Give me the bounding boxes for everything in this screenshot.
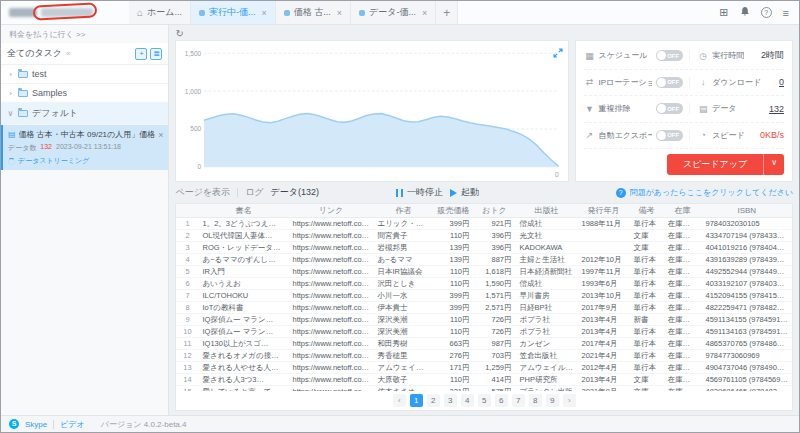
- table-cell[interactable]: 単行本: [629, 361, 663, 373]
- row-index[interactable]: 9: [176, 313, 198, 325]
- table-cell[interactable]: 在庫あり: [663, 361, 701, 373]
- table-cell[interactable]: 9784773060969: [701, 349, 792, 361]
- table-cell[interactable]: 在庫あり: [663, 241, 701, 253]
- table-cell[interactable]: 139円: [433, 253, 473, 265]
- table-cell[interactable]: 光文社: [515, 229, 577, 241]
- table-cell[interactable]: アムウェイルール…: [373, 361, 433, 373]
- page-number[interactable]: 9: [546, 394, 559, 407]
- apps-icon[interactable]: ⊞: [719, 6, 728, 19]
- page-number[interactable]: 7: [512, 394, 525, 407]
- tab-data[interactable]: データ-価... ×: [351, 1, 436, 24]
- expand-chart-icon[interactable]: [553, 44, 563, 62]
- table-cell[interactable]: 4033192107 (97840331…: [701, 277, 792, 289]
- table-cell[interactable]: カンゼン: [515, 337, 577, 349]
- table-cell[interactable]: IR入門: [198, 265, 288, 277]
- table-cell[interactable]: 在庫あり: [663, 289, 701, 301]
- table-cell[interactable]: 間宮貴子: [373, 229, 433, 241]
- table-cell[interactable]: 4391639289 (97843916…: [701, 253, 792, 265]
- table-row[interactable]: 11。2。3どうぶつえ…https://www.netoff.co.jp…エリッ…: [176, 217, 792, 229]
- table-cell[interactable]: エリック・カール: [373, 217, 433, 229]
- chevron-down-icon[interactable]: ∨: [7, 109, 14, 118]
- table-cell[interactable]: IQ探偵ムー マラン…: [198, 313, 288, 325]
- row-index[interactable]: 11: [176, 337, 198, 349]
- table-cell[interactable]: 396円: [473, 241, 515, 253]
- chevron-right-icon[interactable]: ›: [7, 70, 14, 79]
- table-cell[interactable]: 在庫あり: [663, 277, 701, 289]
- dedup-toggle[interactable]: OFF: [656, 103, 683, 114]
- page-number[interactable]: 2: [427, 394, 440, 407]
- close-tab-icon[interactable]: ×: [337, 8, 342, 18]
- table-cell[interactable]: 愛される人やせる人…: [198, 361, 288, 373]
- tab-log[interactable]: ログ: [245, 186, 263, 199]
- page-next[interactable]: ›: [563, 394, 576, 407]
- row-index[interactable]: 6: [176, 277, 198, 289]
- table-cell[interactable]: 4569761105 (97845697…: [701, 373, 792, 385]
- row-index[interactable]: 5: [176, 265, 198, 277]
- table-cell[interactable]: 在庫あり: [663, 229, 701, 241]
- table-cell[interactable]: 2021年4月: [577, 349, 629, 361]
- table-cell[interactable]: 4591134155 (97845911…: [701, 313, 792, 325]
- table-cell[interactable]: 921円: [473, 217, 515, 229]
- table-cell[interactable]: 171円: [433, 361, 473, 373]
- table-cell[interactable]: 在庫あり: [663, 301, 701, 313]
- table-cell[interactable]: 703円: [473, 349, 515, 361]
- speedup-dropdown-icon[interactable]: ∨: [763, 154, 784, 175]
- table-row[interactable]: 14愛される人3つ3…https://www.netoff.co.jp…大原敬子…: [176, 373, 792, 385]
- row-index[interactable]: 12: [176, 349, 198, 361]
- table-cell[interactable]: 在庫あり: [663, 337, 701, 349]
- table-cell[interactable]: 新書: [629, 313, 663, 325]
- table-cell[interactable]: 887円: [473, 253, 515, 265]
- table-cell[interactable]: あいうえお: [198, 277, 288, 289]
- list-view-button[interactable]: ≣: [150, 48, 162, 60]
- table-cell[interactable]: 2017年9月: [577, 301, 629, 313]
- table-cell[interactable]: PHP研究所: [515, 373, 577, 385]
- table-cell[interactable]: 2013年4月: [577, 313, 629, 325]
- table-cell[interactable]: 伊本貴士: [373, 301, 433, 313]
- table-cell[interactable]: 4865370765 (97848653…: [701, 337, 792, 349]
- table-cell[interactable]: 4591134163 (97845911…: [701, 325, 792, 337]
- table-cell[interactable]: 偕成社: [515, 217, 577, 229]
- report-problem-link[interactable]: ? 問題があったらここをクリックしてください: [616, 187, 793, 198]
- table-cell[interactable]: 4492552944 (97844925…: [701, 265, 792, 277]
- all-tasks-header[interactable]: 全てのタスク « + ≣: [1, 43, 168, 65]
- speedup-button[interactable]: スピードアップ ∨: [667, 154, 784, 175]
- table-cell[interactable]: 小川一水: [373, 289, 433, 301]
- table-cell[interactable]: https://www.netoff.co.jp…: [288, 277, 373, 289]
- table-cell[interactable]: 110円: [433, 325, 473, 337]
- task-card-selected[interactable]: ▤ 価格 古本・中古本 09/21の人用」価格 × データ数 132 2023-…: [1, 125, 168, 170]
- table-cell[interactable]: 文庫: [629, 373, 663, 385]
- page-number[interactable]: 1: [410, 394, 423, 407]
- table-cell[interactable]: [577, 241, 629, 253]
- page-number[interactable]: 3: [444, 394, 457, 407]
- table-cell[interactable]: https://www.netoff.co.jp…: [288, 289, 373, 301]
- table-row[interactable]: 13愛される人やせる人…https://www.netoff.co.jp…アムウ…: [176, 361, 792, 373]
- refresh-icon[interactable]: ↻: [175, 28, 183, 39]
- table-cell[interactable]: OL現代韓国人妻体…: [198, 229, 288, 241]
- table-cell[interactable]: 4152094155 (97841520…: [701, 289, 792, 301]
- table-cell[interactable]: 1,259円: [473, 361, 515, 373]
- table-cell[interactable]: https://www.netoff.co.jp…: [288, 301, 373, 313]
- table-cell[interactable]: 単行本: [629, 277, 663, 289]
- table-cell[interactable]: 1,590円: [473, 277, 515, 289]
- table-cell[interactable]: KADOKAWA: [515, 241, 577, 253]
- table-cell[interactable]: 2,571円: [473, 301, 515, 313]
- table-cell[interactable]: 2013年10月: [577, 289, 629, 301]
- table-cell[interactable]: IQ探偵ムー マラン…: [198, 325, 288, 337]
- chevron-right-icon[interactable]: ›: [7, 89, 14, 98]
- help-icon[interactable]: ?: [761, 7, 772, 18]
- table-cell[interactable]: 139円: [433, 241, 473, 253]
- table-cell[interactable]: 大原敬子: [373, 373, 433, 385]
- table-cell[interactable]: 2013年4月: [577, 325, 629, 337]
- table-cell[interactable]: 文庫: [629, 229, 663, 241]
- table-cell[interactable]: https://www.netoff.co.jp…: [288, 253, 373, 265]
- table-cell[interactable]: IoTの教科書: [198, 301, 288, 313]
- table-cell[interactable]: [577, 229, 629, 241]
- skype-link[interactable]: Skype: [25, 420, 47, 429]
- row-index[interactable]: 1: [176, 217, 198, 229]
- tab-data-results[interactable]: データ(132): [271, 186, 319, 199]
- table-cell[interactable]: 早川書房: [515, 289, 577, 301]
- table-cell[interactable]: 276円: [433, 349, 473, 361]
- menu-icon[interactable]: ≡: [783, 7, 789, 19]
- table-cell[interactable]: https://www.netoff.co.jp…: [288, 349, 373, 361]
- video-link[interactable]: ビデオ: [60, 419, 85, 430]
